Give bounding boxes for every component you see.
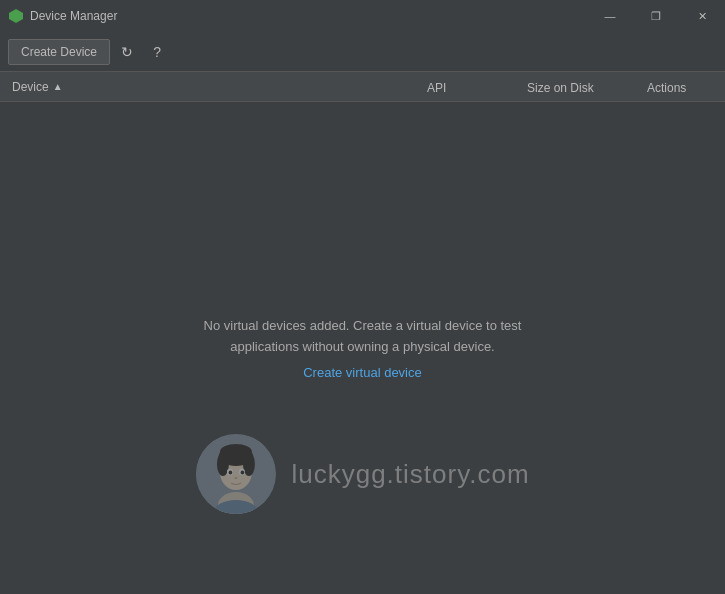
svg-point-11: [228, 471, 232, 475]
window-title: Device Manager: [30, 9, 117, 23]
svg-point-6: [216, 452, 228, 476]
table-header: Device ▲ API Size on Disk Actions: [0, 72, 725, 102]
svg-point-10: [238, 469, 244, 476]
column-api[interactable]: API: [415, 78, 515, 96]
minimize-button[interactable]: —: [587, 0, 633, 32]
svg-point-13: [234, 477, 237, 479]
column-device[interactable]: Device ▲: [0, 80, 415, 94]
empty-state-message: No virtual devices added. Create a virtu…: [204, 316, 522, 358]
create-virtual-device-link[interactable]: Create virtual device: [204, 365, 522, 380]
column-actions-label: Actions: [647, 81, 686, 95]
svg-point-7: [242, 452, 254, 476]
watermark-avatar: [195, 434, 275, 514]
toolbar: Create Device ↻ ?: [0, 32, 725, 72]
svg-point-4: [219, 454, 251, 490]
close-button[interactable]: ✕: [679, 0, 725, 32]
svg-point-2: [217, 492, 253, 514]
svg-point-5: [218, 446, 252, 466]
column-size-on-disk[interactable]: Size on Disk: [515, 78, 635, 96]
svg-point-3: [213, 500, 257, 514]
help-button[interactable]: ?: [144, 39, 170, 65]
refresh-button[interactable]: ↻: [114, 39, 140, 65]
title-bar: Device Manager — ❐ ✕: [0, 0, 725, 32]
svg-point-9: [226, 469, 232, 476]
column-api-label: API: [427, 81, 446, 95]
help-icon: ?: [153, 44, 161, 60]
main-content: No virtual devices added. Create a virtu…: [0, 102, 725, 594]
create-device-button[interactable]: Create Device: [8, 39, 110, 65]
svg-marker-0: [9, 9, 23, 23]
window-controls: — ❐ ✕: [587, 0, 725, 32]
refresh-icon: ↻: [121, 44, 133, 60]
column-size-label: Size on Disk: [527, 81, 594, 95]
watermark-text: luckygg.tistory.com: [291, 459, 529, 490]
watermark: luckygg.tistory.com: [195, 434, 529, 514]
maximize-button[interactable]: ❐: [633, 0, 679, 32]
title-bar-left: Device Manager: [8, 8, 117, 24]
svg-point-1: [195, 434, 275, 514]
avatar-svg: [195, 434, 275, 514]
column-actions[interactable]: Actions: [635, 78, 725, 96]
sort-arrow-icon: ▲: [53, 81, 63, 92]
device-manager-icon: [8, 8, 24, 24]
svg-point-8: [219, 444, 251, 460]
empty-state: No virtual devices added. Create a virtu…: [204, 316, 522, 381]
svg-point-12: [240, 471, 244, 475]
column-device-label: Device: [12, 80, 49, 94]
